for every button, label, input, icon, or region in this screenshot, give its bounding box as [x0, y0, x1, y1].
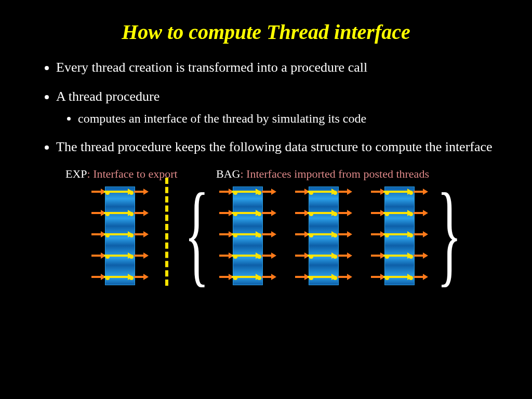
- arrow-icon: [308, 251, 337, 260]
- arrow-row: [83, 230, 156, 241]
- dot-icon: [129, 276, 134, 280]
- arrow-icon: [308, 273, 337, 281]
- arrow-icon: [262, 251, 276, 260]
- svg-marker-95: [423, 189, 428, 195]
- arrow-icon: [232, 188, 261, 196]
- svg-marker-41: [271, 210, 276, 216]
- svg-marker-11: [143, 210, 149, 216]
- dot-icon: [333, 212, 337, 216]
- arrow-row: [287, 251, 360, 262]
- arrow-icon: [308, 230, 337, 238]
- arrow-row: [211, 230, 284, 241]
- svg-marker-59: [271, 274, 276, 280]
- arrow-icon: [338, 230, 352, 238]
- arrow-row: [363, 209, 435, 219]
- slide-title: How to compute Thread interface: [31, 20, 501, 44]
- arrow-icon: [383, 188, 413, 196]
- bullet-list: Every thread creation is transformed int…: [31, 59, 501, 156]
- arrow-icon: [308, 188, 337, 196]
- arrow-row: [287, 230, 360, 241]
- svg-marker-71: [347, 210, 352, 216]
- arrow-icon: [134, 273, 149, 281]
- dot-icon: [333, 191, 337, 195]
- svg-marker-5: [143, 189, 149, 195]
- bag-block: [363, 187, 435, 284]
- dot-icon: [257, 255, 261, 259]
- dot-icon: [333, 276, 337, 280]
- arrow-row: [363, 188, 435, 198]
- dot-icon: [257, 276, 261, 280]
- arrow-icon: [134, 230, 149, 238]
- svg-marker-107: [423, 231, 428, 237]
- arrow-row: [363, 251, 435, 262]
- arrow-icon: [414, 188, 428, 196]
- arrow-icon: [104, 251, 133, 260]
- dot-icon: [409, 212, 413, 216]
- arrow-icon: [262, 188, 276, 196]
- arrow-icon: [338, 273, 352, 281]
- arrow-row: [287, 273, 360, 283]
- svg-marker-83: [347, 252, 352, 259]
- bullet-1: Every thread creation is transformed int…: [56, 59, 501, 76]
- arrow-icon: [338, 209, 352, 217]
- exp-desc: : Interface to export: [87, 167, 178, 180]
- arrow-icon: [383, 209, 413, 217]
- arrow-icon: [232, 273, 261, 281]
- dot-icon: [129, 212, 134, 216]
- right-brace-icon: }: [437, 184, 462, 282]
- arrow-row: [211, 273, 284, 283]
- bag-desc: : Interfaces imported from posted thread…: [240, 167, 429, 180]
- arrow-icon: [134, 188, 149, 196]
- dot-icon: [257, 233, 261, 237]
- svg-marker-53: [271, 252, 276, 259]
- diagram-labels: EXP: Interface to export BAG: Interfaces…: [65, 167, 501, 181]
- bag-block: [211, 187, 284, 284]
- arrow-icon: [104, 209, 133, 217]
- arrow-row: [363, 230, 435, 241]
- arrow-row: [363, 273, 435, 283]
- bag-key: BAG: [216, 167, 240, 180]
- svg-marker-29: [143, 274, 149, 280]
- arrow-icon: [414, 209, 428, 217]
- svg-marker-113: [423, 252, 428, 259]
- bag-block: [287, 187, 360, 284]
- arrow-icon: [232, 230, 261, 238]
- svg-marker-35: [271, 189, 276, 195]
- left-brace-icon: {: [184, 184, 209, 282]
- bag-label: BAG: Interfaces imported from posted thr…: [216, 167, 429, 181]
- svg-marker-17: [143, 231, 149, 237]
- bullet-2: A thread procedure computes an interface…: [56, 88, 501, 127]
- dot-icon: [257, 191, 261, 195]
- bullet-2-text: A thread procedure: [56, 89, 159, 104]
- arrow-icon: [338, 188, 352, 196]
- bullet-2-sub: computes an interface of the thread by s…: [78, 111, 501, 127]
- bullet-3: The thread procedure keeps the following…: [56, 138, 501, 156]
- arrow-icon: [262, 273, 276, 281]
- arrow-icon: [338, 251, 352, 260]
- svg-marker-89: [347, 274, 352, 280]
- dot-icon: [333, 233, 337, 237]
- arrow-icon: [134, 251, 149, 260]
- dot-icon: [409, 276, 413, 280]
- dot-icon: [129, 191, 134, 195]
- arrow-icon: [414, 251, 428, 260]
- arrow-row: [211, 209, 284, 219]
- arrow-icon: [262, 230, 276, 238]
- arrow-icon: [232, 209, 261, 217]
- arrow-row: [83, 273, 156, 283]
- slide: How to compute Thread interface Every th…: [0, 0, 532, 399]
- svg-marker-47: [271, 231, 276, 237]
- dot-icon: [333, 255, 337, 259]
- arrow-row: [287, 209, 360, 219]
- arrow-icon: [104, 188, 133, 196]
- arrow-row: [211, 251, 284, 262]
- bag-blocks: [211, 187, 435, 284]
- arrow-icon: [383, 273, 413, 281]
- arrow-icon: [383, 230, 413, 238]
- dot-icon: [257, 212, 261, 216]
- arrow-icon: [414, 230, 428, 238]
- dot-icon: [409, 255, 413, 259]
- exp-key: EXP: [65, 167, 87, 180]
- svg-marker-65: [347, 189, 352, 195]
- arrow-icon: [104, 230, 133, 238]
